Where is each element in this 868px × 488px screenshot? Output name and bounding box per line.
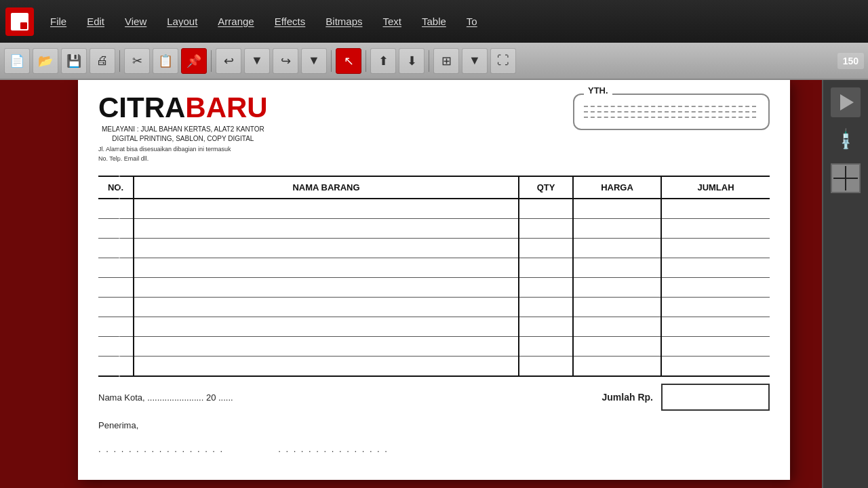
cross-button[interactable] bbox=[829, 161, 863, 195]
cell-jumlah bbox=[661, 219, 770, 239]
cell-no bbox=[98, 239, 134, 258]
cell-nama bbox=[134, 199, 519, 219]
menu-bitmaps[interactable]: Bitmaps bbox=[316, 13, 372, 30]
tagline-line1: MELAYANI : JUAL BAHAN KERTAS, ALAT2 KANT… bbox=[102, 125, 264, 133]
toolbar-separator-4 bbox=[366, 50, 366, 72]
cell-harga bbox=[573, 219, 661, 239]
menu-edit[interactable]: Edit bbox=[77, 13, 114, 30]
cell-harga bbox=[573, 199, 661, 219]
cell-jumlah bbox=[661, 239, 770, 258]
cell-nama bbox=[134, 317, 519, 337]
cell-nama bbox=[134, 337, 519, 357]
cell-jumlah bbox=[661, 298, 770, 317]
menu-view[interactable]: View bbox=[115, 13, 156, 30]
eyedropper-button[interactable]: 💉 bbox=[829, 123, 863, 157]
invoice-table: NO. NAMA BARANG QTY HARGA JUMLAH bbox=[98, 176, 770, 377]
cell-no bbox=[98, 337, 134, 357]
redo-button[interactable]: ↪ bbox=[273, 48, 298, 74]
cell-qty bbox=[519, 317, 573, 337]
paste-button[interactable]: 📌 bbox=[181, 48, 207, 74]
menubar: File Edit View Layout Arrange Effects Bi… bbox=[0, 0, 868, 43]
play-button[interactable] bbox=[829, 85, 863, 119]
table-row bbox=[98, 258, 770, 278]
menu-file[interactable]: File bbox=[41, 13, 76, 30]
redo-dropdown[interactable]: ▼ bbox=[301, 48, 327, 74]
invoice-header: CITRABARU MELAYANI : JUAL BAHAN KERTAS, … bbox=[98, 94, 770, 163]
cell-harga bbox=[573, 258, 661, 278]
cut-button[interactable]: ✂ bbox=[124, 48, 150, 74]
table-row bbox=[98, 317, 770, 337]
import-button[interactable]: ⬆ bbox=[370, 48, 396, 74]
logo-text: CITRABARU bbox=[98, 94, 268, 122]
sig-line-2: . . . . . . . . . . . . . . . bbox=[278, 444, 389, 454]
select-tool[interactable]: ↖ bbox=[336, 48, 361, 74]
cell-nama bbox=[134, 219, 519, 239]
table-row bbox=[98, 278, 770, 298]
logo-baru: BARU bbox=[185, 92, 267, 123]
cell-no bbox=[98, 317, 134, 337]
copy-button[interactable]: 📋 bbox=[153, 48, 178, 74]
recipient-box: YTH. bbox=[573, 94, 770, 130]
export-button[interactable]: ⬇ bbox=[399, 48, 425, 74]
cell-no bbox=[98, 278, 134, 298]
cell-harga bbox=[573, 278, 661, 298]
menu-layout[interactable]: Layout bbox=[157, 13, 207, 30]
footer-right: Jumlah Rp. bbox=[602, 384, 770, 411]
cell-no bbox=[98, 199, 134, 219]
undo-dropdown[interactable]: ▼ bbox=[244, 48, 270, 74]
cell-jumlah bbox=[661, 258, 770, 278]
logo-citra: CITRA bbox=[98, 92, 185, 123]
cell-harga bbox=[573, 357, 661, 377]
undo-button[interactable]: ↩ bbox=[216, 48, 241, 74]
cell-qty bbox=[519, 357, 573, 377]
new-button[interactable]: 📄 bbox=[4, 48, 30, 74]
menu-text[interactable]: Text bbox=[373, 13, 411, 30]
cell-qty bbox=[519, 278, 573, 298]
recipient-dashed-1 bbox=[584, 106, 756, 107]
address: Jl. Alamat bisa disesuaikan dibagian ini… bbox=[98, 145, 268, 163]
sig-line-1: . . . . . . . . . . . . . . . . . bbox=[98, 444, 224, 454]
zoom-dropdown[interactable]: ▼ bbox=[462, 48, 488, 74]
cell-nama bbox=[134, 239, 519, 258]
inkscape-logo bbox=[11, 13, 28, 30]
menu-arrange[interactable]: Arrange bbox=[208, 13, 263, 30]
cell-nama bbox=[134, 298, 519, 317]
menu-to[interactable]: To bbox=[457, 13, 487, 30]
cell-harga bbox=[573, 337, 661, 357]
margin-line bbox=[119, 80, 120, 480]
menu-effects[interactable]: Effects bbox=[265, 13, 315, 30]
cell-jumlah bbox=[661, 337, 770, 357]
table-row bbox=[98, 199, 770, 219]
table-header-row: NO. NAMA BARANG QTY HARGA JUMLAH bbox=[98, 176, 770, 199]
cell-no bbox=[98, 219, 134, 239]
table-row bbox=[98, 337, 770, 357]
address-line2: No. Telp. Email dll. bbox=[98, 155, 149, 162]
tagline: MELAYANI : JUAL BAHAN KERTAS, ALAT2 KANT… bbox=[98, 125, 268, 144]
cell-jumlah bbox=[661, 317, 770, 337]
toolbar: 📄 📂 💾 🖨 ✂ 📋 📌 ↩ ▼ ↪ ▼ ↖ ⬆ ⬇ ⊞ ▼ ⛶ 150 bbox=[0, 43, 868, 80]
menu-table[interactable]: Table bbox=[412, 13, 456, 30]
cell-qty bbox=[519, 239, 573, 258]
toolbar-separator-2 bbox=[211, 50, 212, 72]
cell-qty bbox=[519, 337, 573, 357]
cell-qty bbox=[519, 298, 573, 317]
col-header-no: NO. bbox=[98, 176, 134, 199]
signature-line: . . . . . . . . . . . . . . . . . . . . … bbox=[98, 444, 770, 454]
save-button[interactable]: 💾 bbox=[61, 48, 87, 74]
cell-jumlah bbox=[661, 357, 770, 377]
col-header-qty: QTY bbox=[519, 176, 573, 199]
print-button[interactable]: 🖨 bbox=[90, 48, 115, 74]
penerima-area: Penerima, bbox=[98, 420, 770, 430]
table-row bbox=[98, 219, 770, 239]
fullscreen-button[interactable]: ⛶ bbox=[490, 48, 516, 74]
jumlah-box bbox=[661, 384, 770, 411]
toolbar-separator-5 bbox=[429, 50, 429, 72]
table-row bbox=[98, 357, 770, 377]
zoom-fit-button[interactable]: ⊞ bbox=[433, 48, 459, 74]
eyedropper-icon: 💉 bbox=[833, 127, 858, 152]
cell-nama bbox=[134, 357, 519, 377]
open-button[interactable]: 📂 bbox=[33, 48, 58, 74]
cell-nama bbox=[134, 258, 519, 278]
cell-jumlah bbox=[661, 278, 770, 298]
tagline-line2: DIGITAL PRINTING, SABLON, COPY DIGITAL bbox=[112, 135, 254, 142]
